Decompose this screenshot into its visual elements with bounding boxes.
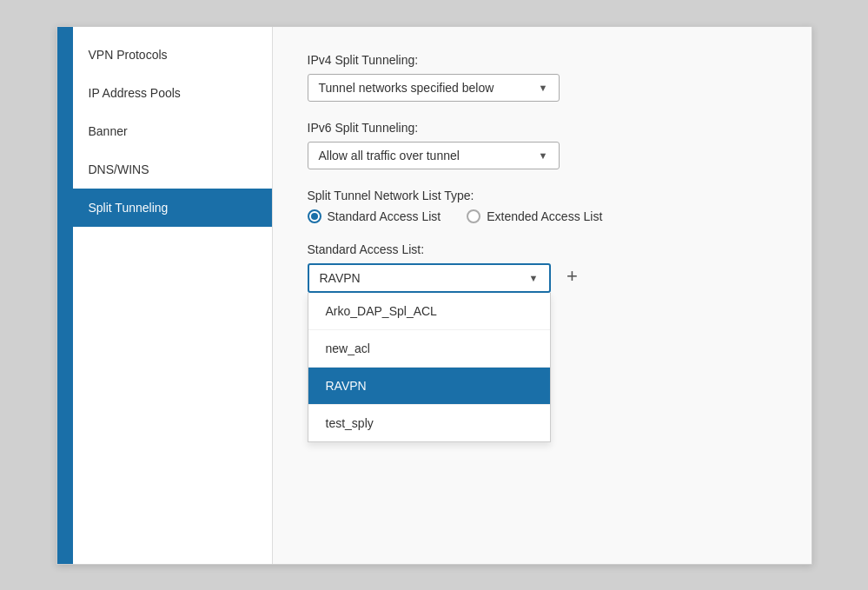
- network-list-type-label: Split Tunnel Network List Type:: [308, 189, 777, 202]
- ipv6-select-wrapper: Allow all traffic over tunnel ▼: [308, 142, 560, 169]
- ipv4-select-wrapper: Tunnel networks specified below ▼: [308, 74, 560, 102]
- sidebar-item-dns-wins[interactable]: DNS/WINS: [73, 150, 272, 189]
- dropdown-item-label: new_acl: [326, 341, 370, 355]
- sidebar-item-split-tunneling[interactable]: Split Tunneling: [73, 189, 272, 227]
- ipv4-select[interactable]: Tunnel networks specified below ▼: [308, 74, 560, 102]
- acl-label: Standard Access List:: [308, 242, 777, 256]
- radio-group: Standard Access List Extended Access Lis…: [308, 209, 777, 223]
- ipv4-field-group: IPv4 Split Tunneling: Tunnel networks sp…: [308, 53, 777, 102]
- acl-row: RAVPN ▼ Arko_DAP_Spl_ACL new_acl RAVPN: [308, 263, 777, 293]
- ipv6-label: IPv6 Split Tunneling:: [308, 121, 777, 135]
- sidebar-item-label: Banner: [89, 124, 128, 138]
- radio-extended[interactable]: Extended Access List: [467, 209, 602, 223]
- ipv6-field-group: IPv6 Split Tunneling: Allow all traffic …: [308, 121, 777, 169]
- ipv4-select-value: Tunnel networks specified below: [319, 81, 494, 95]
- sidebar-item-vpn-protocols[interactable]: VPN Protocols: [73, 36, 272, 74]
- ipv6-chevron-icon: ▼: [539, 150, 548, 161]
- radio-standard-circle: [308, 209, 321, 223]
- acl-select-value: RAVPN: [320, 271, 361, 285]
- dropdown-item-label: Arko_DAP_Spl_ACL: [326, 304, 437, 318]
- ipv6-select-value: Allow all traffic over tunnel: [319, 149, 460, 162]
- left-accent-strip: [57, 27, 73, 564]
- sidebar-item-ip-address-pools[interactable]: IP Address Pools: [73, 74, 272, 112]
- acl-dropdown-container: RAVPN ▼ Arko_DAP_Spl_ACL new_acl RAVPN: [308, 263, 551, 293]
- radio-standard-label: Standard Access List: [328, 209, 441, 223]
- acl-field-group: Standard Access List: RAVPN ▼ Arko_DAP_S…: [308, 242, 777, 293]
- sidebar-item-label: IP Address Pools: [89, 86, 181, 100]
- ipv4-label: IPv4 Split Tunneling:: [308, 53, 777, 67]
- dropdown-item-arko[interactable]: Arko_DAP_Spl_ACL: [308, 293, 550, 330]
- radio-extended-label: Extended Access List: [487, 209, 602, 223]
- dropdown-item-test-sply[interactable]: test_sply: [308, 405, 550, 441]
- network-list-type-group: Split Tunnel Network List Type: Standard…: [308, 189, 777, 223]
- sidebar-item-banner[interactable]: Banner: [73, 112, 272, 150]
- ipv6-select[interactable]: Allow all traffic over tunnel ▼: [308, 142, 560, 169]
- ipv4-chevron-icon: ▼: [539, 83, 548, 93]
- acl-chevron-icon: ▼: [529, 273, 539, 283]
- radio-extended-circle: [467, 209, 480, 223]
- acl-select[interactable]: RAVPN ▼: [308, 263, 551, 293]
- sidebar-item-label: DNS/WINS: [89, 162, 149, 176]
- main-container: VPN Protocols IP Address Pools Banner DN…: [56, 26, 812, 565]
- content-area: IPv4 Split Tunneling: Tunnel networks sp…: [273, 27, 812, 564]
- dropdown-item-ravpn[interactable]: RAVPN: [308, 368, 550, 405]
- dropdown-item-new-acl[interactable]: new_acl: [308, 330, 550, 368]
- radio-standard[interactable]: Standard Access List: [308, 209, 441, 223]
- add-acl-button[interactable]: +: [560, 263, 586, 289]
- acl-dropdown-list: Arko_DAP_Spl_ACL new_acl RAVPN test_sply: [308, 293, 551, 442]
- sidebar: VPN Protocols IP Address Pools Banner DN…: [73, 27, 273, 564]
- sidebar-item-label: VPN Protocols: [89, 48, 168, 62]
- dropdown-item-label: RAVPN: [326, 379, 367, 393]
- sidebar-item-label: Split Tunneling: [89, 201, 169, 215]
- dropdown-item-label: test_sply: [326, 416, 374, 430]
